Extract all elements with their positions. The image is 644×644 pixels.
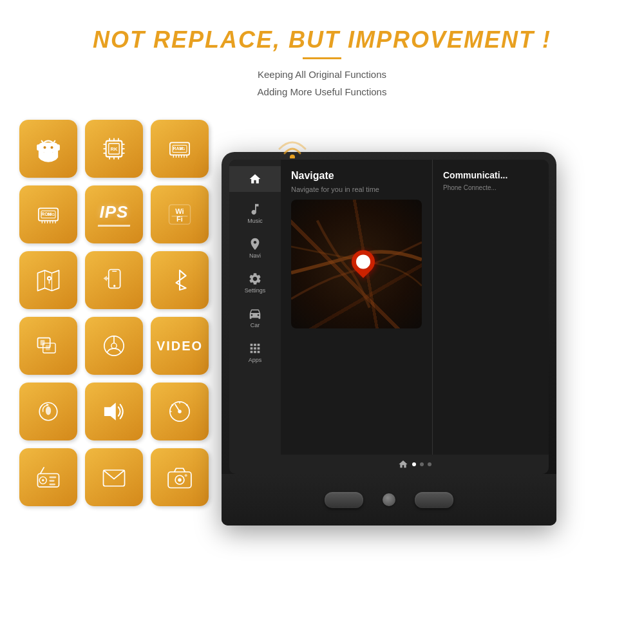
svg-rect-10 — [57, 144, 60, 151]
device-area: Music Navi — [222, 113, 625, 526]
wifi-signal — [273, 126, 312, 161]
svg-rect-4 — [39, 143, 58, 153]
radio-icon — [34, 463, 62, 491]
radio-tile — [19, 448, 77, 506]
camera-icon — [166, 463, 194, 491]
device-screen: Music Navi — [229, 160, 549, 474]
video-label: VIDEO — [156, 339, 203, 354]
sidebar-apps[interactable]: Apps — [229, 336, 281, 368]
subtitle: Keeping All Original Functions Adding Mo… — [0, 66, 644, 100]
apps-icon — [248, 341, 262, 355]
device-left-btn[interactable] — [325, 492, 363, 508]
steering-icon — [100, 332, 128, 360]
carplay-icon — [34, 397, 62, 426]
speaker-icon — [100, 397, 128, 426]
apps-label: Apps — [249, 357, 262, 363]
svg-text:2G: 2G — [180, 146, 185, 151]
svg-point-6 — [50, 146, 53, 149]
sidebar-car[interactable]: Car — [229, 301, 281, 334]
email-icon — [100, 463, 128, 491]
android-icon — [34, 135, 62, 163]
communicate-subtitle: Phone Connecte... — [443, 184, 538, 191]
wifi-tile-icon: Wi Fi — [166, 200, 194, 229]
svg-line-71 — [175, 404, 180, 412]
bluetooth-tile — [151, 251, 209, 309]
email-tile — [85, 448, 143, 506]
navi-icon — [248, 237, 262, 251]
phone-mirror-icon — [100, 266, 128, 294]
equalizer-tile — [151, 383, 209, 440]
svg-rect-76 — [38, 474, 59, 488]
title-underline — [303, 57, 341, 59]
header-section: NOT REPLACE, BUT IMPROVEMENT ! Keeping A… — [0, 0, 644, 107]
main-content: RK RAM 2G — [0, 107, 644, 526]
map-tile — [19, 251, 77, 309]
screen-bezel: Music Navi — [229, 160, 549, 474]
mirror-icon — [34, 332, 62, 360]
svg-rect-80 — [49, 477, 56, 478]
ram-tile: RAM 2G — [151, 120, 209, 178]
home-bottom-icon — [398, 459, 408, 469]
svg-text:RK: RK — [111, 146, 118, 152]
nav-dot-1 — [412, 462, 416, 466]
navigate-title: Navigate — [291, 170, 422, 182]
main-title: NOT REPLACE, BUT IMPROVEMENT ! — [0, 26, 644, 53]
sidebar-settings[interactable]: Settings — [229, 267, 281, 299]
subtitle-line1: Keeping All Original Functions — [0, 66, 644, 83]
home-icon — [249, 173, 261, 185]
rom-icon: ROM 32G — [34, 200, 62, 229]
svg-point-88 — [290, 155, 295, 158]
video-tile: VIDEO — [151, 317, 209, 375]
svg-rect-61 — [41, 340, 45, 345]
car-icon — [248, 307, 262, 321]
navi-label: Navi — [249, 252, 261, 259]
svg-rect-81 — [49, 480, 54, 482]
svg-point-5 — [43, 146, 46, 149]
svg-point-64 — [111, 343, 117, 348]
wifi-tile: Wi Fi — [151, 185, 209, 243]
navigate-panel: Navigate Navigate for you in real time — [281, 160, 433, 474]
map-pin-inner — [353, 252, 373, 272]
device-screw — [383, 493, 395, 506]
communicate-panel: Communicati... Phone Connecte... — [433, 160, 549, 474]
head-unit-device: Music Navi — [222, 152, 556, 526]
ips-text: IPS — [100, 202, 129, 222]
map-pin-shape — [346, 245, 379, 278]
svg-line-77 — [41, 468, 44, 474]
sidebar-home-btn[interactable] — [229, 166, 281, 192]
ram-icon: RAM 2G — [166, 135, 194, 163]
mirror-tile — [19, 317, 77, 375]
svg-point-86 — [178, 478, 182, 482]
steering-tile — [85, 317, 143, 375]
ips-underline — [98, 225, 131, 227]
svg-point-87 — [185, 474, 187, 477]
device-bottom-panel — [222, 474, 556, 526]
page: NOT REPLACE, BUT IMPROVEMENT ! Keeping A… — [0, 0, 644, 644]
svg-marker-68 — [104, 402, 116, 421]
svg-marker-67 — [46, 404, 49, 406]
settings-label: Settings — [245, 287, 266, 294]
navigate-subtitle: Navigate for you in real time — [291, 185, 422, 193]
wifi-signal-icon — [273, 126, 312, 158]
nav-dot-3 — [428, 462, 431, 466]
communicate-title: Communicati... — [443, 170, 538, 180]
map-pin — [352, 251, 375, 274]
equalizer-icon — [166, 397, 194, 426]
sidebar-navi[interactable]: Navi — [229, 232, 281, 264]
screen-sidebar: Music Navi — [229, 160, 281, 474]
carplay-tile — [19, 383, 77, 440]
ips-tile: IPS — [85, 185, 143, 243]
svg-rect-82 — [49, 484, 55, 486]
sidebar-music[interactable]: Music — [229, 197, 281, 229]
svg-text:Wi: Wi — [175, 207, 184, 215]
bottom-nav-bar — [281, 455, 549, 474]
svg-rect-9 — [37, 144, 40, 151]
svg-point-57 — [113, 285, 115, 287]
nav-dot-2 — [420, 462, 424, 466]
music-icon — [248, 202, 262, 216]
rom-tile: ROM 32G — [19, 185, 77, 243]
svg-point-55 — [48, 278, 50, 279]
device-right-btn[interactable] — [415, 492, 453, 508]
svg-point-79 — [42, 479, 44, 481]
rk-chip-tile: RK — [85, 120, 143, 178]
